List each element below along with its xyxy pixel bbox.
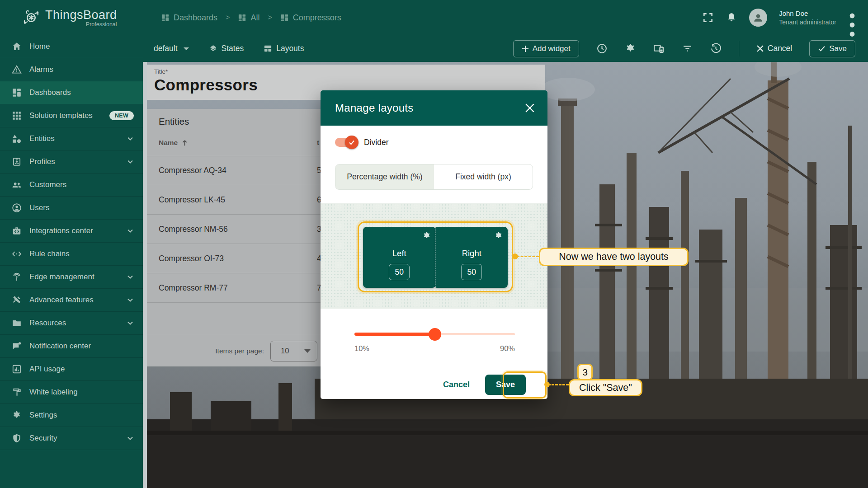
customers-icon (12, 180, 22, 190)
toolbar-divider (739, 41, 739, 56)
layout-name: Right (436, 249, 508, 258)
entities-icon (12, 134, 22, 144)
content-scrollbar[interactable] (143, 62, 147, 488)
tab-fixed-width[interactable]: Fixed width (px) (434, 164, 533, 189)
sidebar-item-label: Solution templates (29, 111, 102, 120)
slider-range-labels: 10% 90% (354, 344, 515, 353)
table-row[interactable]: Compressor NM-56 3 (147, 215, 324, 244)
divider-toggle[interactable] (335, 137, 358, 148)
annotation-step-note: Click "Save" (569, 379, 642, 396)
profiles-icon (12, 157, 22, 167)
sidebar-item-solution-templates[interactable]: Solution templates NEW (0, 104, 143, 127)
slider-thumb[interactable] (429, 328, 441, 341)
states-button[interactable]: States (209, 44, 244, 53)
table-row[interactable]: Compressor LK-45 6 (147, 185, 324, 215)
close-icon[interactable] (524, 102, 536, 114)
sidebar-item-label: API usage (29, 365, 134, 374)
api-usage-icon (12, 364, 22, 374)
sidebar-item-notification-center[interactable]: Notification center (0, 335, 143, 358)
chevron-down-icon (127, 435, 134, 442)
right-layout-panel[interactable]: Right 50 (435, 227, 508, 288)
avatar[interactable] (749, 9, 767, 27)
layout-width-input[interactable]: 50 (461, 264, 482, 280)
sidebar-item-label: Profiles (29, 157, 119, 166)
divider-toggle-row: Divider (335, 137, 388, 148)
sidebar-item-label: Customers (29, 180, 134, 189)
sidebar-item-customers[interactable]: Customers (0, 174, 143, 197)
sidebar-item-profiles[interactable]: Profiles (0, 150, 143, 174)
layout-select[interactable]: default (154, 44, 189, 53)
add-widget-button[interactable]: Add widget (513, 40, 579, 57)
sidebar-item-alarms[interactable]: Alarms (0, 58, 143, 81)
breadcrumb: Dashboards > All > Compressors (161, 13, 341, 23)
sidebar-item-settings[interactable]: Settings (0, 404, 143, 427)
cancel-button[interactable]: Cancel (443, 380, 470, 389)
layout-width-input[interactable]: 50 (389, 264, 410, 280)
column-header-partial[interactable]: t (317, 139, 319, 147)
table-row[interactable]: Compressor AQ-34 5 (147, 156, 324, 185)
chevron-down-icon (304, 349, 311, 353)
user-name: John Doe (779, 9, 836, 18)
layout-select-value: default (154, 44, 178, 53)
sidebar-item-resources[interactable]: Resources (0, 312, 143, 335)
fullscreen-icon[interactable] (702, 12, 714, 23)
save-dashboard-button[interactable]: Save (809, 40, 855, 57)
layouts-icon (264, 44, 272, 53)
sidebar-item-dashboards[interactable]: Dashboards (0, 81, 143, 104)
sidebar-item-api-usage[interactable]: API usage (0, 358, 143, 381)
new-badge: NEW (109, 111, 134, 120)
thingsboard-app: Title* Compressors Entities Name t Compr… (0, 0, 868, 488)
dashboard-settings-gear-icon[interactable] (625, 43, 636, 54)
annotation-step-number: 3 (577, 364, 593, 380)
divider-position-slider[interactable] (354, 331, 515, 338)
dialog-header: Manage layouts (321, 90, 547, 126)
sidebar-item-security[interactable]: Security (0, 427, 143, 450)
sidebar-item-rule-chains[interactable]: Rule chains (0, 243, 143, 266)
breadcrumb-dashboards[interactable]: Dashboards (161, 13, 217, 23)
chevron-down-icon (127, 319, 134, 327)
dialog-title: Manage layouts (335, 102, 414, 114)
sidebar-item-advanced-features[interactable]: Advanced features (0, 289, 143, 312)
kebab-menu-icon[interactable] (848, 12, 856, 23)
sidebar-item-label: Edge management (29, 272, 119, 282)
layout-settings-gear-icon[interactable] (494, 231, 503, 240)
check-icon (348, 139, 355, 146)
layout-settings-gear-icon[interactable] (422, 231, 431, 240)
layouts-label: Layouts (276, 44, 304, 53)
timewindow-clock-icon[interactable] (596, 43, 608, 54)
save-label: Save (829, 44, 847, 53)
sidebar-item-label: Users (29, 203, 134, 212)
entities-widget: Entities Name t Compressor AQ-34 5 Compr… (147, 109, 324, 366)
breadcrumb-all[interactable]: All (238, 13, 259, 23)
close-icon (756, 45, 764, 52)
entity-aliases-devices-icon[interactable] (653, 43, 665, 54)
sidebar-item-home[interactable]: Home (0, 35, 143, 58)
left-layout-panel[interactable]: Left 50 (363, 227, 436, 288)
version-history-icon[interactable] (710, 43, 722, 54)
tab-percentage-width[interactable]: Percentage width (%) (335, 164, 434, 189)
sidebar-item-integrations-center[interactable]: Integrations center (0, 220, 143, 243)
slider-fill (354, 333, 435, 336)
annotation-layouts-note: Now we have two layouts (539, 248, 689, 266)
layouts-button[interactable]: Layouts (264, 44, 304, 53)
notification-icon (12, 341, 22, 351)
sidebar-item-users[interactable]: Users (0, 197, 143, 220)
cancel-edit-button[interactable]: Cancel (756, 44, 792, 53)
items-per-page-select[interactable]: 10 (270, 341, 317, 361)
sidebar-item-label: Security (29, 434, 119, 443)
sidebar-item-entities[interactable]: Entities (0, 127, 143, 150)
column-header-name[interactable]: Name (159, 139, 188, 147)
notifications-bell-icon[interactable] (726, 12, 737, 23)
table-row[interactable]: Compressor OI-73 4 (147, 244, 324, 273)
plus-icon (522, 45, 529, 52)
logo[interactable]: ThingsBoard Professional (0, 8, 143, 28)
sidebar-item-white-labeling[interactable]: White labeling (0, 381, 143, 404)
filters-icon[interactable] (682, 43, 693, 54)
breadcrumb-compressors[interactable]: Compressors (280, 13, 341, 23)
sidebar-item-edge-management[interactable]: Edge management (0, 266, 143, 289)
sidebar-item-label: Integrations center (29, 226, 119, 235)
table-row[interactable]: Compressor RM-77 7 (147, 273, 324, 303)
user-info[interactable]: John Doe Tenant administrator (779, 9, 836, 26)
save-button[interactable]: Save (485, 375, 526, 395)
entity-name-cell: Compressor NM-56 (159, 225, 228, 234)
